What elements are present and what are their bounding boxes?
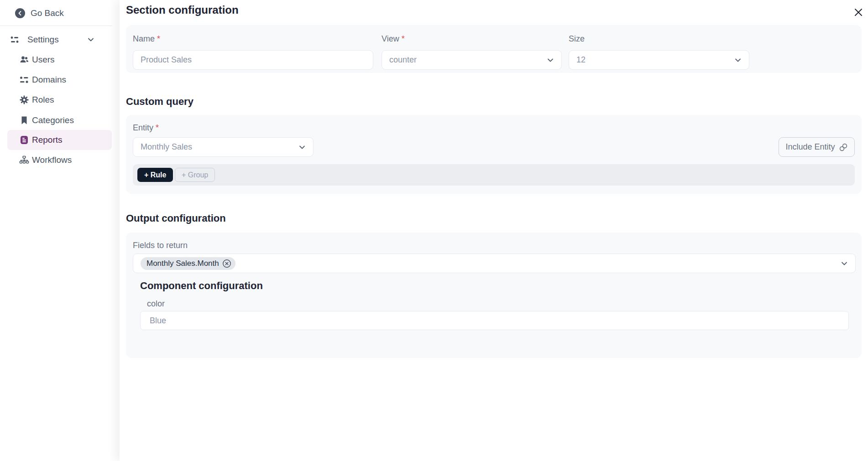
close-button[interactable]: [852, 5, 865, 19]
link-icon: [839, 143, 848, 152]
name-input[interactable]: [133, 50, 373, 70]
chevron-down-icon: [298, 143, 307, 152]
required-asterisk: *: [402, 34, 405, 43]
entity-select[interactable]: Monthly Sales: [133, 137, 314, 157]
query-builder-bar: + Rule + Group: [133, 164, 855, 186]
go-back-label: Go Back: [31, 8, 64, 18]
custom-query-card: Entity* Monthly Sales Include Entity + R…: [126, 115, 862, 194]
report-icon: [19, 135, 29, 145]
close-icon: [853, 7, 864, 18]
component-configuration-heading: Component configuration: [140, 280, 263, 292]
view-select[interactable]: counter: [382, 50, 562, 70]
color-input[interactable]: [140, 311, 849, 330]
view-select-value: counter: [389, 55, 546, 65]
chevron-down-icon: [86, 35, 95, 44]
entity-select-value: Monthly Sales: [141, 142, 298, 152]
add-group-button[interactable]: + Group: [175, 168, 215, 182]
sidebar-item-label: Roles: [32, 95, 54, 105]
output-configuration-heading: Output configuration: [126, 212, 226, 224]
go-back-button[interactable]: Go Back: [7, 5, 64, 21]
settings-tune-icon: [10, 35, 19, 44]
sidebar-divider: [0, 26, 112, 26]
section-configuration-drawer: Section configuration Name* View* counte…: [120, 0, 868, 461]
basic-config-card: Name* View* counter Size 12: [126, 25, 862, 73]
remove-chip-icon[interactable]: [222, 259, 231, 268]
chip-label: Monthly Sales.Month: [146, 259, 219, 268]
entity-label: Entity*: [133, 123, 159, 133]
bookmark-icon: [19, 115, 29, 125]
size-label: Size: [569, 34, 585, 44]
sidebar-item-label: Domains: [32, 75, 66, 85]
back-circle-icon: [15, 8, 25, 18]
output-config-card: Fields to return Monthly Sales.Month Com…: [126, 233, 862, 358]
size-select-value: 12: [576, 55, 733, 65]
required-asterisk: *: [157, 34, 160, 43]
sidebar-item-domains[interactable]: Domains: [7, 70, 112, 90]
sidebar-item-workflows[interactable]: Workflows: [7, 150, 112, 170]
sidebar-item-label: Users: [32, 55, 55, 65]
users-icon: [19, 55, 29, 65]
sidebar-item-reports[interactable]: Reports: [7, 130, 112, 150]
chevron-down-icon: [733, 56, 743, 65]
required-asterisk: *: [156, 123, 159, 132]
sidebar-item-users[interactable]: Users: [7, 50, 112, 70]
sidebar-item-roles[interactable]: Roles: [7, 90, 112, 110]
sidebar-item-label: Workflows: [32, 155, 72, 165]
color-label: color: [147, 299, 165, 309]
size-select[interactable]: 12: [569, 50, 749, 70]
sidebar-item-categories[interactable]: Categories: [7, 110, 112, 130]
page-title: Section configuration: [126, 4, 239, 16]
sidebar: Go Back Settings Users Domains: [0, 0, 120, 461]
fields-to-return-label: Fields to return: [133, 241, 188, 250]
sidebar-item-label: Reports: [32, 135, 63, 145]
domains-icon: [19, 75, 29, 85]
custom-query-heading: Custom query: [126, 96, 193, 108]
include-entity-button[interactable]: Include Entity: [779, 137, 855, 157]
sidebar-item-settings[interactable]: Settings: [7, 32, 112, 47]
gear-icon: [19, 95, 29, 105]
sitemap-icon: [19, 155, 29, 165]
chevron-down-icon: [840, 259, 849, 268]
add-rule-button[interactable]: + Rule: [137, 168, 173, 182]
sidebar-item-label: Categories: [32, 115, 74, 125]
selected-field-chip: Monthly Sales.Month: [141, 257, 235, 270]
include-entity-label: Include Entity: [785, 142, 835, 152]
chevron-down-icon: [546, 56, 555, 65]
name-label: Name*: [133, 34, 160, 44]
sidebar-item-label: Settings: [27, 35, 59, 45]
fields-to-return-multiselect[interactable]: Monthly Sales.Month: [133, 254, 856, 273]
view-label: View*: [382, 34, 405, 44]
